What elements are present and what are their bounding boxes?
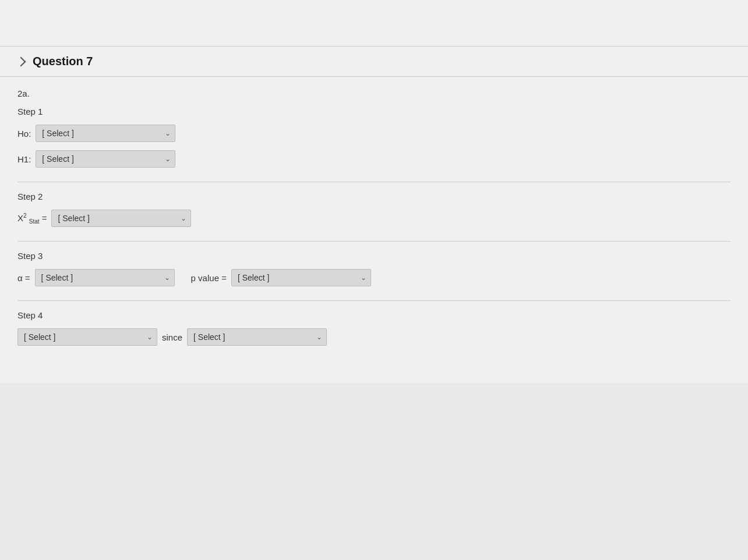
step4-row: [ Select ] ⌄ since [ Select ] ⌄ bbox=[17, 328, 731, 346]
alpha-select-wrapper: [ Select ] ⌄ bbox=[35, 269, 175, 286]
step2-section: Step 2 X2 Stat = [ Select ] ⌄ bbox=[17, 192, 731, 227]
section-label: 2a. bbox=[17, 88, 731, 98]
pvalue-label: p value = bbox=[191, 273, 227, 283]
ho-select[interactable]: [ Select ] bbox=[36, 125, 175, 142]
stat-select[interactable]: [ Select ] bbox=[51, 210, 191, 227]
ho-select-wrapper: [ Select ] ⌄ bbox=[36, 125, 175, 142]
question-chevron-icon bbox=[16, 56, 26, 66]
h1-select-wrapper: [ Select ] ⌄ bbox=[36, 150, 175, 168]
step4-label: Step 4 bbox=[17, 310, 731, 320]
top-bar bbox=[0, 0, 748, 47]
ho-label: Ho: bbox=[17, 129, 31, 139]
step4-section: Step 4 [ Select ] ⌄ since [ Select ] ⌄ bbox=[17, 310, 731, 346]
question-title: Question 7 bbox=[33, 55, 93, 68]
stat-row: X2 Stat = [ Select ] ⌄ bbox=[17, 210, 731, 227]
h1-label: H1: bbox=[17, 154, 31, 164]
ho-row: Ho: [ Select ] ⌄ bbox=[17, 125, 731, 142]
content-area: 2a. Step 1 Ho: [ Select ] ⌄ H1: [ Select… bbox=[0, 77, 748, 383]
step4-select1-wrapper: [ Select ] ⌄ bbox=[17, 328, 157, 346]
since-label: since bbox=[162, 332, 182, 342]
step1-section: Step 1 Ho: [ Select ] ⌄ H1: [ Select ] ⌄ bbox=[17, 107, 731, 168]
step2-label: Step 2 bbox=[17, 192, 731, 201]
alpha-label: α = bbox=[17, 273, 30, 283]
alpha-select[interactable]: [ Select ] bbox=[35, 269, 175, 286]
stat-label: X2 Stat = bbox=[17, 212, 47, 225]
divider-2 bbox=[17, 241, 731, 242]
h1-row: H1: [ Select ] ⌄ bbox=[17, 150, 731, 168]
step4-select2[interactable]: [ Select ] bbox=[187, 328, 327, 346]
alpha-pvalue-row: α = [ Select ] ⌄ p value = [ Select ] ⌄ bbox=[17, 269, 731, 286]
divider-1 bbox=[17, 182, 731, 182]
step4-select1[interactable]: [ Select ] bbox=[17, 328, 157, 346]
pvalue-select-wrapper: [ Select ] ⌄ bbox=[231, 269, 371, 286]
step1-label: Step 1 bbox=[17, 107, 731, 116]
divider-3 bbox=[17, 300, 731, 301]
step3-section: Step 3 α = [ Select ] ⌄ p value = [ Sele… bbox=[17, 251, 731, 286]
step3-label: Step 3 bbox=[17, 251, 731, 261]
pvalue-select[interactable]: [ Select ] bbox=[231, 269, 371, 286]
stat-select-wrapper: [ Select ] ⌄ bbox=[51, 210, 191, 227]
step4-select2-wrapper: [ Select ] ⌄ bbox=[187, 328, 327, 346]
question-header: Question 7 bbox=[0, 47, 748, 77]
h1-select[interactable]: [ Select ] bbox=[36, 150, 175, 168]
